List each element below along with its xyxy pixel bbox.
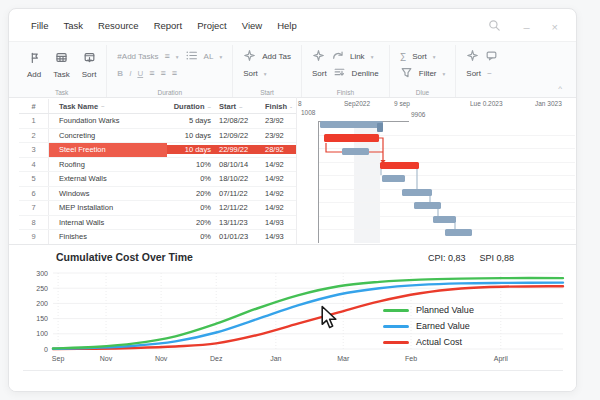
task-name-cell[interactable]: MEP Installation bbox=[49, 201, 167, 215]
finish-cell[interactable]: 14/92 bbox=[261, 189, 296, 198]
chevron-down-icon[interactable]: ▾ bbox=[176, 54, 179, 60]
outdent-icon[interactable] bbox=[333, 65, 346, 83]
start-cell[interactable]: 22/99/22 bbox=[215, 145, 261, 154]
sort-indicator-icon[interactable]: ~ bbox=[239, 104, 243, 110]
menu-item-view[interactable]: View bbox=[242, 20, 262, 31]
table-row-7[interactable]: 7MEP Installation0%12/11/2214/92 bbox=[19, 201, 296, 216]
sort-button[interactable]: Sort bbox=[82, 48, 97, 79]
row-number[interactable]: 3 bbox=[19, 143, 49, 157]
collapse-ribbon-button[interactable]: ^ bbox=[558, 84, 562, 93]
toolbar-button-i[interactable]: I bbox=[129, 69, 131, 78]
task-name-cell[interactable]: Foundation Warks bbox=[49, 114, 167, 128]
finish-cell[interactable]: 28/92 bbox=[261, 145, 296, 154]
table-row-4[interactable]: 4Roofing10%08/10/1414/92 bbox=[19, 158, 296, 173]
chevron-down-icon[interactable]: ▾ bbox=[443, 71, 446, 77]
toolbar-button-add-tas[interactable]: Add Tas bbox=[262, 52, 291, 61]
duration-cell[interactable]: 10% bbox=[167, 160, 215, 169]
duration-cell[interactable]: 0% bbox=[167, 174, 215, 183]
close-button[interactable]: × bbox=[552, 22, 558, 33]
task-name-cell[interactable]: External Walls bbox=[49, 172, 167, 186]
column-header-finish[interactable]: Finish- bbox=[261, 102, 296, 111]
chevron-down-icon[interactable]: ▾ bbox=[371, 54, 374, 60]
sort-indicator-icon[interactable]: - bbox=[290, 104, 292, 110]
column-header--[interactable]: # bbox=[19, 99, 49, 113]
finish-cell[interactable]: 14/92 bbox=[261, 174, 296, 183]
toolbar-button-sort[interactable]: Sort bbox=[243, 69, 258, 78]
start-cell[interactable]: 13/11/23 bbox=[215, 218, 261, 227]
table-row-2[interactable]: 2Concreting10 days12/09/2223/92 bbox=[19, 129, 296, 144]
column-header-start[interactable]: Start~ bbox=[215, 102, 261, 111]
task-name-cell[interactable]: Finishes bbox=[49, 230, 167, 244]
finish-cell[interactable]: 14/93 bbox=[261, 218, 296, 227]
row-number[interactable]: 7 bbox=[19, 201, 49, 215]
menu-item-report[interactable]: Report bbox=[154, 20, 183, 31]
finish-cell[interactable]: 14/92 bbox=[261, 160, 296, 169]
list-icon[interactable] bbox=[185, 48, 198, 66]
menu-item-help[interactable]: Help bbox=[277, 20, 297, 31]
table-row-8[interactable]: 8Internal Walls20%13/11/2314/93 bbox=[19, 216, 296, 231]
pin-icon[interactable] bbox=[312, 48, 325, 66]
finish-cell[interactable]: 23/92 bbox=[261, 131, 296, 140]
menu-item-fille[interactable]: Fille bbox=[31, 20, 48, 31]
toolbar-button-denline[interactable]: Denline bbox=[352, 69, 379, 78]
start-cell[interactable]: 12/08/22 bbox=[215, 116, 261, 125]
stamp-icon[interactable] bbox=[485, 48, 498, 66]
menu-item-project[interactable]: Project bbox=[197, 20, 227, 31]
align-right-icon[interactable]: ≡ bbox=[172, 69, 177, 78]
minimize-button[interactable]: – bbox=[523, 22, 529, 33]
chevron-down-icon[interactable]: ▾ bbox=[219, 54, 222, 60]
search-icon[interactable] bbox=[488, 18, 501, 36]
table-row-5[interactable]: 5External Walls0%18/10/2214/92 bbox=[19, 172, 296, 187]
toolbar-button-al[interactable]: AL bbox=[204, 52, 214, 61]
add-button[interactable]: Add bbox=[27, 48, 41, 79]
menu-item-task[interactable]: Task bbox=[63, 20, 83, 31]
table-row-6[interactable]: 6Windows20%07/11/2214/92 bbox=[19, 187, 296, 202]
toolbar-button-sort[interactable]: Sort bbox=[466, 69, 481, 78]
duration-cell[interactable]: 20% bbox=[167, 189, 215, 198]
duration-cell[interactable]: 10 days bbox=[167, 131, 215, 140]
align-left-icon[interactable]: ≡ bbox=[149, 69, 154, 78]
task-name-cell[interactable]: Roofing bbox=[49, 158, 167, 172]
finish-cell[interactable]: 14/93 bbox=[261, 232, 296, 241]
finish-cell[interactable]: 14/92 bbox=[261, 203, 296, 212]
toolbar-button-sort[interactable]: Sort bbox=[312, 69, 327, 78]
sparkle-icon[interactable] bbox=[243, 48, 256, 66]
toolbar-button-link[interactable]: Link bbox=[350, 52, 365, 61]
duration-cell[interactable]: 20% bbox=[167, 218, 215, 227]
row-number[interactable]: 1 bbox=[19, 114, 49, 128]
sort-indicator-icon[interactable]: ~ bbox=[101, 103, 105, 109]
start-cell[interactable]: 18/10/22 bbox=[215, 174, 261, 183]
hamburger-icon[interactable]: ≡ bbox=[165, 52, 170, 61]
task-name-cell[interactable]: Steel Freetion bbox=[49, 143, 167, 157]
start-cell[interactable]: 07/11/22 bbox=[215, 189, 261, 198]
row-number[interactable]: 8 bbox=[19, 216, 49, 230]
start-cell[interactable]: 08/10/14 bbox=[215, 160, 261, 169]
chevron-down-icon[interactable]: ▾ bbox=[264, 71, 267, 77]
toolbar-button-u[interactable]: U bbox=[137, 69, 143, 78]
start-cell[interactable]: 01/01/23 bbox=[215, 232, 261, 241]
toolbar-button-filter[interactable]: Filter bbox=[419, 69, 437, 78]
table-row-3[interactable]: 3Steel Freetion10 days22/99/2228/92 bbox=[19, 143, 296, 158]
task-name-cell[interactable]: Windows bbox=[49, 187, 167, 201]
table-row-9[interactable]: 9Finishes0%01/01/2314/93 bbox=[19, 230, 296, 245]
align-center-icon[interactable]: ≡ bbox=[160, 69, 165, 78]
duration-cell[interactable]: 10 days bbox=[167, 145, 215, 154]
table-row-1[interactable]: 1Foundation Warks5 days12/08/2223/92 bbox=[19, 114, 296, 129]
row-number[interactable]: 5 bbox=[19, 172, 49, 186]
toolbar-button-b[interactable]: B bbox=[117, 69, 123, 78]
row-number[interactable]: 9 bbox=[19, 230, 49, 244]
row-number[interactable]: 4 bbox=[19, 158, 49, 172]
chevron-down-icon[interactable]: ▾ bbox=[433, 54, 436, 60]
start-cell[interactable]: 12/11/22 bbox=[215, 203, 261, 212]
column-header-task-name[interactable]: Task Name~ bbox=[49, 99, 167, 113]
row-number[interactable]: 6 bbox=[19, 187, 49, 201]
task-button[interactable]: Task bbox=[53, 48, 69, 79]
start-cell[interactable]: 12/09/22 bbox=[215, 131, 261, 140]
duration-cell[interactable]: 0% bbox=[167, 203, 215, 212]
duration-cell[interactable]: 0% bbox=[167, 232, 215, 241]
toolbar-button--add-tasks[interactable]: #Add Tasks bbox=[117, 52, 158, 61]
finish-cell[interactable]: 23/92 bbox=[261, 116, 296, 125]
duration-cell[interactable]: 5 days bbox=[167, 116, 215, 125]
toolbar-button--[interactable]: ~ bbox=[487, 69, 492, 78]
row-number[interactable]: 2 bbox=[19, 129, 49, 143]
